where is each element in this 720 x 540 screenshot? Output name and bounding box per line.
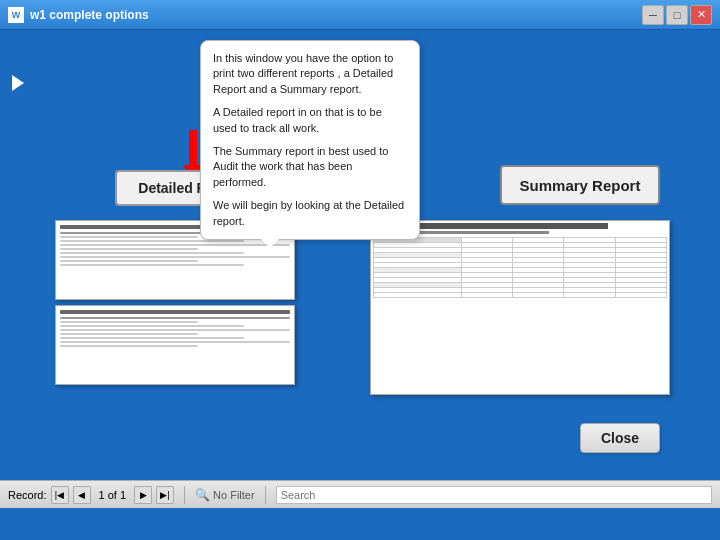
close-button[interactable]: Close (580, 423, 660, 453)
no-filter-area: 🔍 No Filter (195, 488, 255, 502)
no-filter-label: No Filter (213, 489, 255, 501)
doc-thumbnail-2 (55, 305, 295, 385)
nav-first-button[interactable]: |◀ (51, 486, 69, 504)
app-icon: W (8, 7, 24, 23)
tooltip-paragraph-2: A Detailed report in on that is to be us… (213, 105, 407, 136)
record-info: 1 of 1 (99, 489, 127, 501)
collapse-arrow-icon[interactable] (12, 75, 24, 91)
window-controls: ─ □ ✕ (642, 5, 712, 25)
nav-next-button[interactable]: ▶ (134, 486, 152, 504)
doc-thumbnail-3 (370, 220, 670, 395)
filter-icon: 🔍 (195, 488, 210, 502)
window-close-button[interactable]: ✕ (690, 5, 712, 25)
search-area (276, 486, 712, 504)
separator-1 (184, 486, 185, 504)
nav-prev-button[interactable]: ◀ (73, 486, 91, 504)
maximize-button[interactable]: □ (666, 5, 688, 25)
record-label: Record: (8, 489, 47, 501)
tooltip-paragraph-4: We will begin by looking at the Detailed… (213, 198, 407, 229)
title-bar: W w1 complete options ─ □ ✕ (0, 0, 720, 30)
main-content: In this window you have the option to pr… (0, 30, 720, 508)
window-title: w1 complete options (30, 8, 149, 22)
separator-2 (265, 486, 266, 504)
nav-last-button[interactable]: ▶| (156, 486, 174, 504)
minimize-button[interactable]: ─ (642, 5, 664, 25)
tooltip-paragraph-3: The Summary report in best used to Audit… (213, 144, 407, 190)
tooltip-bubble: In this window you have the option to pr… (200, 40, 420, 240)
tooltip-paragraph-1: In this window you have the option to pr… (213, 51, 407, 97)
search-input[interactable] (276, 486, 712, 504)
summary-report-button[interactable]: Summary Report (500, 165, 660, 205)
status-bar: Record: |◀ ◀ 1 of 1 ▶ ▶| 🔍 No Filter (0, 480, 720, 508)
